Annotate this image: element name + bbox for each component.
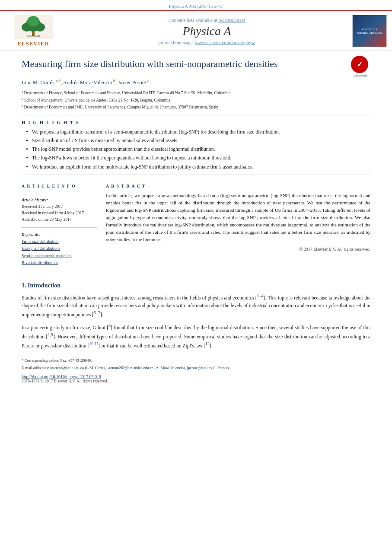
abstract-text: In this article, we propose a new method… (106, 192, 370, 243)
homepage-link[interactable]: www.elsevier.com/locate/physa (195, 40, 255, 45)
article-info-heading: A R T I C L E I N F O (22, 184, 97, 188)
intro-title: 1. Introduction (22, 282, 370, 289)
revised-date: Received in revised form 4 May 2017 (22, 210, 97, 217)
affiliations: a Department of Finance, School of Econo… (22, 89, 370, 111)
section-number: 1. (22, 282, 26, 289)
keywords-label: Keywords: (22, 232, 97, 237)
homepage-label: journal homepage: (158, 40, 194, 45)
email-addresses: E-mail addresses: lcartesd@eafit.edu.co … (22, 365, 370, 371)
abstract-heading: A B S T R A C T (106, 184, 370, 188)
svg-text:ELSEVIER: ELSEVIER (26, 34, 40, 38)
info-abstract-section: A R T I C L E I N F O Article history: R… (22, 179, 370, 271)
keyword-2[interactable]: Heavy tail distributions (22, 245, 97, 252)
elsevier-logo-area: ELSEVIER ELSEVIER (5, 15, 61, 47)
intro-paragraph-2: In a pioneering study on firm size, Gibr… (22, 322, 370, 350)
doi-link[interactable]: http://dx.doi.org/10.1016/j.physa.2017.0… (22, 374, 370, 379)
divider-3 (22, 193, 97, 193)
journal-header: ELSEVIER ELSEVIER Contents lists availab… (0, 10, 392, 51)
divider-5 (22, 275, 370, 275)
divider-2 (22, 175, 370, 175)
email-label: E-mail addresses: (22, 366, 49, 370)
introduction-section: 1. Introduction Studies of firm size dis… (22, 282, 370, 350)
corresponding-author-note: * Corresponding author. Fax: +57 4312064… (22, 358, 370, 364)
section-name: Introduction (28, 282, 61, 289)
available-date: Available online 23 May 2017 (22, 217, 97, 223)
highlights-list: We propose a logarithmic transform of a … (22, 128, 370, 170)
history-content: Received 4 January 2017 Received in revi… (22, 204, 97, 223)
crossmark-icon: ✓ (351, 56, 368, 73)
journal-name: Physica A (66, 24, 348, 38)
divider-1 (22, 115, 370, 115)
divider-4 (22, 227, 97, 228)
article-history: Article history: Received 4 January 2017… (22, 197, 97, 223)
journal-reference-bar: Physica A 485 (2017) 35–47 (0, 0, 392, 10)
highlight-item: The log-SNP allows to better fit the upp… (26, 154, 370, 161)
science-direct-text[interactable]: ScienceDirect (218, 17, 245, 22)
journal-cover-image: PHYSICA AStatistical Mechanics (352, 15, 387, 47)
highlight-item: The log-SNP model provides better approx… (26, 146, 370, 153)
crossmark-label: CrossMark (351, 74, 370, 77)
highlight-item: We introduce an explicit form of the mul… (26, 163, 370, 170)
email-list: lcartesd@eafit.edu.co (L.M. Cortés), a.m… (50, 366, 229, 370)
article-title: Measuring firm size distribution with se… (22, 58, 347, 70)
affiliation-c: c Department of Economics and IME, Unive… (22, 104, 370, 111)
abstract-column: A B S T R A C T In this article, we prop… (106, 179, 370, 271)
elsevier-brand-text: ELSEVIER (17, 40, 49, 47)
received-date: Received 4 January 2017 (22, 204, 97, 210)
journal-homepage: journal homepage: www.elsevier.com/locat… (66, 40, 348, 45)
main-content: Measuring firm size distribution with se… (0, 51, 392, 390)
keyword-4[interactable]: Bivariate distributions (22, 259, 97, 266)
article-info-column: A R T I C L E I N F O Article history: R… (22, 179, 97, 271)
authors-line: Lina M. Cortés a,*, Andrés Mora-Valencia… (22, 79, 370, 86)
highlight-item: Size distribution of US firms is measure… (26, 137, 370, 144)
highlight-item: We propose a logarithmic transform of a … (26, 128, 370, 135)
elsevier-tree-icon: ELSEVIER (14, 15, 53, 39)
highlights-section: H I G H L I G H T S We propose a logarit… (22, 120, 370, 170)
footer-copyright: 0378-4371/© 2017 Elsevier B.V. All right… (22, 379, 370, 383)
intro-paragraph-1: Studies of firm size distribution have r… (22, 293, 370, 319)
history-label: Article history: (22, 197, 97, 202)
keyword-3[interactable]: Semi-nonparametric modeling (22, 252, 97, 259)
footnote-area: * Corresponding author. Fax: +57 4312064… (22, 355, 370, 371)
keyword-1[interactable]: Firms size distribution (22, 238, 97, 245)
journal-title-area: Contents lists available at ScienceDirec… (66, 17, 348, 45)
journal-reference: Physica A 485 (2017) 35–47 (169, 3, 223, 9)
footer-area: http://dx.doi.org/10.1016/j.physa.2017.0… (22, 374, 370, 383)
highlights-heading: H I G H L I G H T S (22, 120, 370, 125)
keywords-section: Keywords: Firms size distribution Heavy … (22, 232, 97, 266)
affiliation-b: b School of Management, Universidad de l… (22, 97, 370, 104)
svg-point-5 (27, 16, 39, 26)
crossmark-badge[interactable]: ✓ CrossMark (351, 56, 370, 75)
science-direct-link[interactable]: Contents lists available at ScienceDirec… (66, 17, 348, 22)
affiliation-a: a Department of Finance, School of Econo… (22, 89, 370, 96)
copyright-notice: © 2017 Elsevier B.V. All rights reserved… (106, 247, 370, 252)
